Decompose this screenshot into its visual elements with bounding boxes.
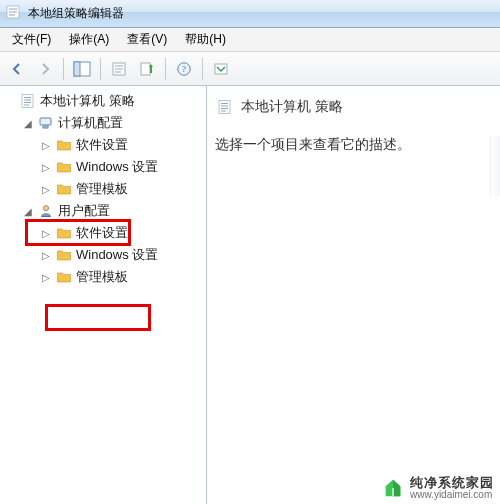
details-title: 本地计算机 策略	[241, 98, 343, 116]
window-titlebar: 本地组策略编辑器	[0, 0, 500, 28]
svg-point-21	[43, 206, 48, 211]
menu-file[interactable]: 文件(F)	[4, 29, 59, 50]
user-icon	[38, 203, 54, 219]
folder-icon	[56, 247, 72, 263]
svg-text:?: ?	[182, 64, 186, 74]
tree-item-label: Windows 设置	[76, 158, 158, 176]
expand-icon[interactable]: ▷	[40, 161, 52, 173]
tree-item-label: 软件设置	[76, 224, 128, 242]
computer-icon	[38, 115, 54, 131]
tree-computer-software[interactable]: ▷ 软件设置	[38, 134, 206, 156]
watermark-url: www.yidaimei.com	[410, 490, 494, 501]
toolbar-export-button[interactable]	[134, 56, 160, 82]
expand-icon[interactable]: ▷	[40, 183, 52, 195]
details-description: 选择一个项目来查看它的描述。	[213, 128, 494, 162]
tree-item-label: 管理模板	[76, 180, 128, 198]
menu-view-label: 查看(V)	[127, 32, 167, 46]
tree-computer-config-label: 计算机配置	[58, 114, 123, 132]
svg-rect-14	[22, 95, 33, 108]
toolbar: ?	[0, 52, 500, 86]
show-hide-tree-icon	[73, 60, 91, 78]
tree-user-admin-templates[interactable]: ▷ 管理模板	[38, 266, 206, 288]
policy-doc-icon	[217, 99, 233, 115]
tree-root[interactable]: ▶ 本地计算机 策略	[2, 90, 206, 112]
cropped-edge-hint	[490, 136, 500, 196]
tree-item-label: 软件设置	[76, 136, 128, 154]
content-area: ▶ 本地计算机 策略	[0, 86, 500, 504]
tree-pane: ▶ 本地计算机 策略	[0, 86, 207, 504]
properties-icon	[111, 61, 127, 77]
folder-icon	[56, 225, 72, 241]
menubar: 文件(F) 操作(A) 查看(V) 帮助(H)	[0, 28, 500, 52]
app-icon	[6, 4, 22, 23]
menu-action[interactable]: 操作(A)	[61, 29, 117, 50]
folder-icon	[56, 269, 72, 285]
watermark-name: 纯净系统家园	[410, 476, 494, 490]
svg-rect-20	[43, 126, 48, 128]
tree-user-config-label: 用户配置	[58, 202, 110, 220]
toolbar-separator	[202, 58, 203, 80]
expand-icon[interactable]: ▷	[40, 249, 52, 261]
export-list-icon	[139, 61, 155, 77]
toolbar-separator	[63, 58, 64, 80]
tree-user-config[interactable]: ◢ 用户配置	[20, 200, 206, 222]
menu-file-label: 文件(F)	[12, 32, 51, 46]
tree-root-label: 本地计算机 策略	[40, 92, 135, 110]
folder-icon	[56, 181, 72, 197]
toolbar-forward-button[interactable]	[32, 56, 58, 82]
toolbar-show-hide-tree-button[interactable]	[69, 56, 95, 82]
toolbar-help-button[interactable]: ?	[171, 56, 197, 82]
folder-icon	[56, 159, 72, 175]
details-pane: 本地计算机 策略 选择一个项目来查看它的描述。	[207, 86, 500, 504]
svg-rect-10	[141, 63, 150, 75]
menu-view[interactable]: 查看(V)	[119, 29, 175, 50]
menu-action-label: 操作(A)	[69, 32, 109, 46]
tree-item-label: Windows 设置	[76, 246, 158, 264]
filter-icon	[213, 61, 229, 77]
watermark-text: 纯净系统家园 www.yidaimei.com	[410, 476, 494, 500]
toolbar-separator	[165, 58, 166, 80]
tree-item-label: 管理模板	[76, 268, 128, 286]
toolbar-filter-button[interactable]	[208, 56, 234, 82]
collapse-icon[interactable]: ◢	[22, 205, 34, 217]
menu-help[interactable]: 帮助(H)	[177, 29, 234, 50]
tree-computer-windows[interactable]: ▷ Windows 设置	[38, 156, 206, 178]
policy-tree[interactable]: ▶ 本地计算机 策略	[0, 90, 206, 288]
back-icon	[9, 61, 25, 77]
tree-user-software[interactable]: ▷ 软件设置	[38, 222, 206, 244]
menu-help-label: 帮助(H)	[185, 32, 226, 46]
svg-rect-5	[74, 62, 80, 76]
expand-icon[interactable]: ▷	[40, 271, 52, 283]
collapse-icon[interactable]: ◢	[22, 117, 34, 129]
toolbar-separator	[100, 58, 101, 80]
svg-rect-19	[40, 118, 51, 125]
toolbar-properties-button[interactable]	[106, 56, 132, 82]
expand-icon[interactable]: ▷	[40, 139, 52, 151]
details-title-row: 本地计算机 策略	[213, 94, 494, 128]
help-icon: ?	[176, 61, 192, 77]
folder-icon	[56, 137, 72, 153]
window-title: 本地组策略编辑器	[28, 5, 124, 22]
svg-rect-22	[219, 101, 230, 114]
svg-rect-13	[215, 64, 227, 74]
forward-icon	[37, 61, 53, 77]
watermark-logo-icon	[382, 477, 404, 499]
tree-user-windows[interactable]: ▷ Windows 设置	[38, 244, 206, 266]
watermark: 纯净系统家园 www.yidaimei.com	[382, 476, 494, 500]
expand-icon[interactable]: ▷	[40, 227, 52, 239]
annotation-highlight-admin-templates	[45, 304, 151, 331]
toolbar-back-button[interactable]	[4, 56, 30, 82]
policy-doc-icon	[20, 93, 36, 109]
tree-computer-config[interactable]: ◢ 计算机配置	[20, 112, 206, 134]
tree-computer-admin-templates[interactable]: ▷ 管理模板	[38, 178, 206, 200]
